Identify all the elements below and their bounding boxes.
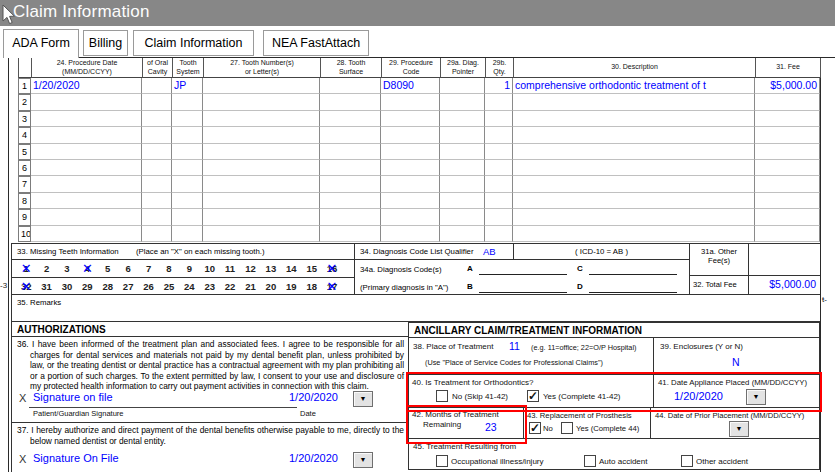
- tooth-27[interactable]: 27: [118, 278, 138, 295]
- tooth-9[interactable]: 9: [179, 260, 199, 277]
- checkbox-ortho-yes[interactable]: ✓: [527, 390, 539, 402]
- tooth-17[interactable]: 17✕: [322, 278, 342, 295]
- tooth-14[interactable]: 14: [281, 260, 301, 277]
- cell-date[interactable]: [31, 160, 142, 176]
- cell-code[interactable]: [381, 176, 440, 192]
- months-treatment-value[interactable]: 23: [485, 421, 497, 433]
- window-titlebar[interactable]: Claim Information: [0, 0, 835, 26]
- cell-surf[interactable]: [320, 176, 381, 192]
- cell-ptr[interactable]: [440, 78, 485, 94]
- patient-signature-date[interactable]: 1/20/2020: [289, 391, 338, 403]
- tooth-1[interactable]: 1✕: [16, 260, 36, 277]
- cell-date[interactable]: [31, 193, 142, 209]
- tooth-2[interactable]: 2: [36, 260, 56, 277]
- cell-qty[interactable]: 1: [485, 78, 513, 94]
- cell-ptr[interactable]: [440, 176, 485, 192]
- diagnosis-field-b[interactable]: [479, 292, 567, 293]
- cell-tn[interactable]: [203, 193, 320, 209]
- tooth-6[interactable]: 6: [118, 260, 138, 277]
- cell-date[interactable]: 1/20/2020: [31, 78, 142, 94]
- tooth-18[interactable]: 18: [301, 278, 321, 295]
- tab-ada-form[interactable]: ADA Form: [3, 29, 79, 58]
- cell-desc[interactable]: [513, 209, 755, 225]
- cell-code[interactable]: [381, 111, 440, 127]
- cell-cav[interactable]: [142, 127, 172, 143]
- cell-ptr[interactable]: [440, 160, 485, 176]
- tooth-26[interactable]: 26: [138, 278, 158, 295]
- cell-tn[interactable]: [203, 127, 320, 143]
- cell-tn[interactable]: [203, 144, 320, 160]
- cell-code[interactable]: [381, 193, 440, 209]
- cell-ptr[interactable]: [440, 111, 485, 127]
- cell-date[interactable]: [31, 94, 142, 110]
- cell-surf[interactable]: [320, 111, 381, 127]
- tooth-10[interactable]: 10: [200, 260, 220, 277]
- tooth-3[interactable]: 3: [57, 260, 77, 277]
- cell-code[interactable]: [381, 144, 440, 160]
- cell-fee[interactable]: [755, 226, 820, 242]
- cell-fee[interactable]: [755, 176, 820, 192]
- place-of-treatment-value[interactable]: 11: [509, 340, 520, 352]
- cell-date[interactable]: [31, 144, 142, 160]
- cell-qty[interactable]: [485, 209, 513, 225]
- tab-claim-information[interactable]: Claim Information: [133, 30, 254, 56]
- cell-code[interactable]: [381, 160, 440, 176]
- cell-desc[interactable]: [513, 176, 755, 192]
- patient-signature-date-dropdown[interactable]: ▼: [353, 391, 373, 407]
- tooth-25[interactable]: 25: [159, 278, 179, 295]
- tooth-31[interactable]: 31: [36, 278, 56, 295]
- cell-cav[interactable]: [142, 226, 172, 242]
- cell-ptr[interactable]: [440, 94, 485, 110]
- appliance-placed-date[interactable]: 1/20/2020: [674, 390, 723, 402]
- cell-tn[interactable]: [203, 111, 320, 127]
- cell-code[interactable]: [381, 226, 440, 242]
- subscriber-signature-field[interactable]: Signature On File: [33, 452, 119, 464]
- subscriber-signature-date[interactable]: 1/20/2020: [289, 452, 338, 464]
- cell-desc[interactable]: [513, 160, 755, 176]
- cell-sys[interactable]: [172, 144, 203, 160]
- cell-cav[interactable]: [142, 209, 172, 225]
- cell-surf[interactable]: [320, 226, 381, 242]
- tab-nea-fastattach[interactable]: NEA FastAttach: [263, 30, 369, 56]
- cell-cav[interactable]: [142, 94, 172, 110]
- checkbox-auto-accident[interactable]: [584, 455, 596, 467]
- enclosures-value[interactable]: N: [732, 356, 740, 368]
- tooth-16[interactable]: 16✕: [322, 260, 342, 277]
- cell-qty[interactable]: [485, 94, 513, 110]
- tooth-22[interactable]: 22: [220, 278, 240, 295]
- checkbox-prosthesis-no[interactable]: ✓: [529, 422, 541, 434]
- cell-qty[interactable]: [485, 111, 513, 127]
- tooth-19[interactable]: 19: [281, 278, 301, 295]
- cell-sys[interactable]: [172, 226, 203, 242]
- prior-placement-dropdown[interactable]: ▼: [729, 421, 749, 437]
- diagnosis-qualifier-value[interactable]: AB: [483, 246, 496, 257]
- cell-sys[interactable]: [172, 209, 203, 225]
- cell-cav[interactable]: [142, 176, 172, 192]
- cell-desc[interactable]: [513, 193, 755, 209]
- cell-fee[interactable]: [755, 111, 820, 127]
- cell-desc[interactable]: [513, 111, 755, 127]
- cell-date[interactable]: [31, 226, 142, 242]
- cell-code[interactable]: [381, 127, 440, 143]
- cell-cav[interactable]: [142, 160, 172, 176]
- cell-fee[interactable]: [755, 193, 820, 209]
- cell-ptr[interactable]: [440, 127, 485, 143]
- cell-ptr[interactable]: [440, 226, 485, 242]
- cell-qty[interactable]: [485, 160, 513, 176]
- cell-date[interactable]: [31, 111, 142, 127]
- tooth-24[interactable]: 24: [179, 278, 199, 295]
- diagnosis-field-c[interactable]: [589, 274, 677, 275]
- total-fee-value[interactable]: $5,000.00: [769, 278, 816, 290]
- cell-date[interactable]: [31, 127, 142, 143]
- cell-qty[interactable]: [485, 127, 513, 143]
- cell-ptr[interactable]: [440, 144, 485, 160]
- cell-tn[interactable]: [203, 209, 320, 225]
- checkbox-prosthesis-yes[interactable]: [561, 422, 573, 434]
- cell-surf[interactable]: [320, 144, 381, 160]
- cell-fee[interactable]: [755, 127, 820, 143]
- cell-tn[interactable]: [203, 226, 320, 242]
- cell-surf[interactable]: [320, 127, 381, 143]
- cell-tn[interactable]: [203, 176, 320, 192]
- cell-cav[interactable]: [142, 78, 172, 94]
- cell-code[interactable]: [381, 94, 440, 110]
